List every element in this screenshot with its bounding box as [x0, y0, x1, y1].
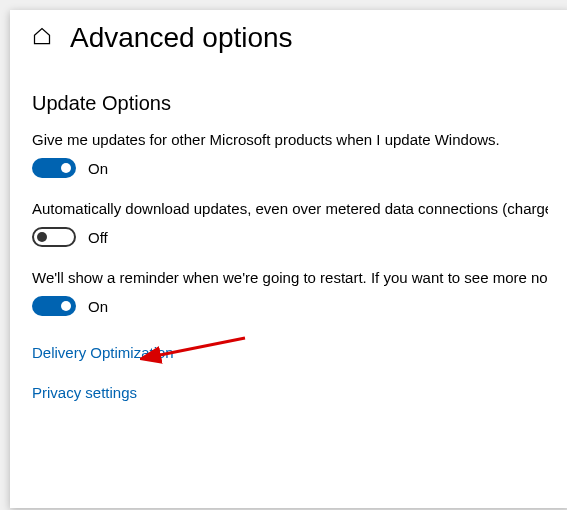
link-row: Privacy settings [10, 378, 567, 418]
header: Advanced options [10, 22, 567, 72]
toggle-state-label: Off [88, 229, 108, 246]
toggle-metered-download[interactable] [32, 227, 76, 247]
home-icon[interactable] [32, 26, 52, 50]
link-row: Delivery Optimization [10, 338, 567, 378]
toggle-row: On [32, 158, 548, 178]
toggle-knob [37, 232, 47, 242]
setting-microsoft-updates: Give me updates for other Microsoft prod… [10, 131, 567, 200]
settings-panel: Advanced options Update Options Give me … [10, 10, 567, 508]
setting-description: Automatically download updates, even ove… [32, 200, 548, 217]
toggle-state-label: On [88, 298, 108, 315]
setting-metered-download: Automatically download updates, even ove… [10, 200, 567, 269]
section-heading: Update Options [10, 72, 567, 131]
toggle-restart-reminder[interactable] [32, 296, 76, 316]
link-delivery-optimization[interactable]: Delivery Optimization [32, 344, 174, 361]
toggle-row: Off [32, 227, 548, 247]
toggle-knob [61, 163, 71, 173]
setting-description: We'll show a reminder when we're going t… [32, 269, 548, 286]
toggle-microsoft-updates[interactable] [32, 158, 76, 178]
setting-description: Give me updates for other Microsoft prod… [32, 131, 548, 148]
setting-restart-reminder: We'll show a reminder when we're going t… [10, 269, 567, 338]
link-privacy-settings[interactable]: Privacy settings [32, 384, 137, 401]
toggle-state-label: On [88, 160, 108, 177]
page-title: Advanced options [70, 22, 293, 54]
toggle-knob [61, 301, 71, 311]
toggle-row: On [32, 296, 548, 316]
